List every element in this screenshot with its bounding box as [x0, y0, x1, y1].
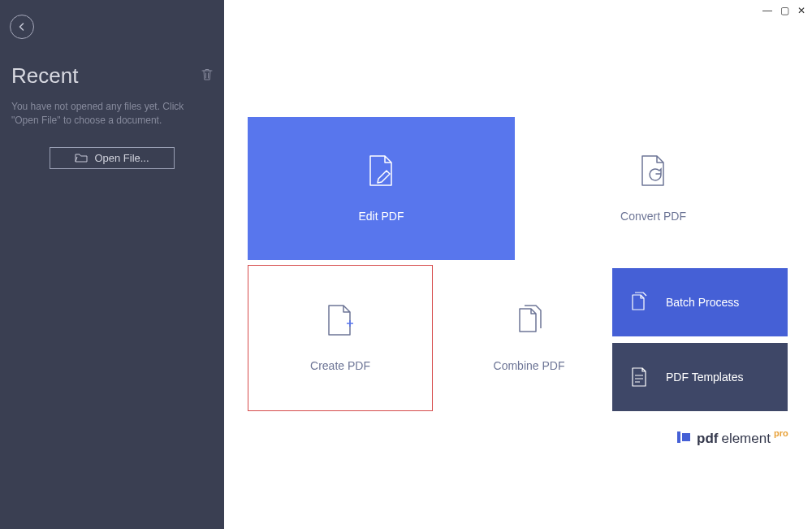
edit-pdf-icon — [367, 154, 396, 187]
tile-create-label: Create PDF — [310, 359, 370, 372]
brand-logo: pdfelement pro — [677, 431, 788, 447]
minimize-button[interactable]: — — [762, 5, 772, 16]
tile-pdf-templates[interactable]: PDF Templates — [612, 343, 788, 411]
open-file-button[interactable]: Open File... — [50, 147, 175, 169]
batch-icon — [630, 292, 648, 313]
back-button[interactable] — [10, 15, 34, 39]
window-controls: — ▢ ✕ — [762, 5, 806, 16]
tile-templates-label: PDF Templates — [666, 371, 743, 384]
brand-mark-icon — [677, 431, 690, 443]
tile-batch-process[interactable]: Batch Process — [612, 268, 788, 336]
templates-icon — [630, 366, 648, 388]
recent-empty-message: You have not opened any files yet. Click… — [11, 100, 213, 128]
tile-combine-label: Combine PDF — [494, 359, 565, 372]
brand-element: element — [721, 431, 770, 447]
combine-pdf-icon — [513, 304, 546, 336]
tile-convert-label: Convert PDF — [620, 210, 686, 223]
tile-edit-label: Edit PDF — [358, 210, 404, 223]
create-pdf-icon — [326, 304, 355, 336]
recent-header: Recent — [11, 63, 213, 89]
trash-icon — [201, 68, 213, 81]
tile-create-pdf[interactable]: Create PDF — [248, 265, 433, 411]
chevron-left-icon — [17, 22, 27, 32]
main-content: — ▢ ✕ Edit PDF Convert PDF Create PDF Co… — [224, 0, 812, 529]
folder-icon — [75, 153, 88, 163]
tile-convert-pdf[interactable]: Convert PDF — [520, 117, 787, 260]
tile-edit-pdf[interactable]: Edit PDF — [248, 117, 515, 260]
brand-pro: pro — [774, 428, 788, 438]
convert-pdf-icon — [639, 154, 668, 187]
close-button[interactable]: ✕ — [797, 5, 806, 16]
open-file-label: Open File... — [94, 152, 149, 164]
sidebar: Recent You have not opened any files yet… — [0, 0, 224, 529]
trash-button[interactable] — [201, 68, 213, 85]
tile-combine-pdf[interactable]: Combine PDF — [438, 265, 620, 411]
tile-batch-label: Batch Process — [666, 296, 739, 309]
maximize-button[interactable]: ▢ — [780, 5, 789, 16]
side-tiles: Batch Process PDF Templates — [612, 268, 788, 411]
brand-pdf: pdf — [697, 431, 718, 447]
recent-title: Recent — [11, 63, 78, 89]
